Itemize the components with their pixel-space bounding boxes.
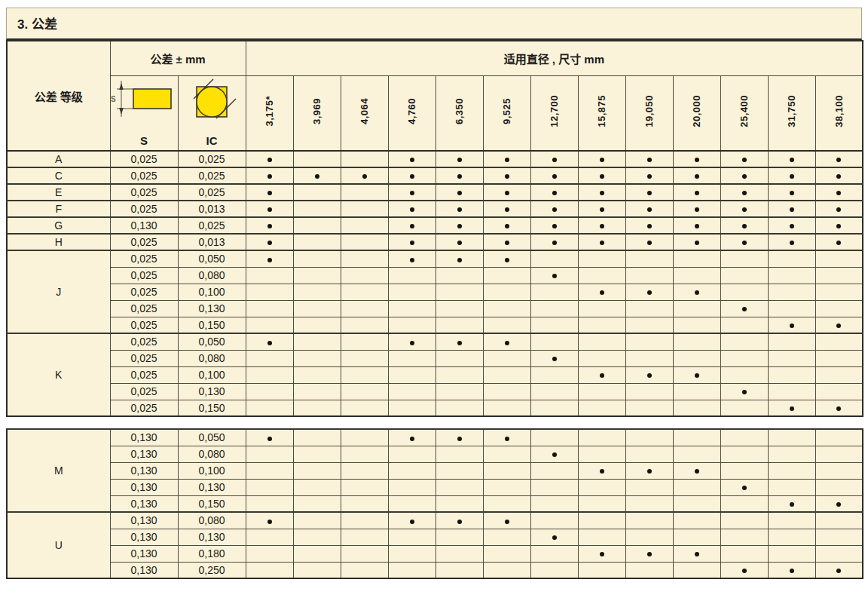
s-tolerance-cell: 0,025 [110, 184, 178, 201]
diameter-applicable-cell [436, 234, 483, 250]
diameter-applicable-cell [530, 350, 578, 366]
s-tolerance-cell: 0,130 [110, 512, 178, 529]
diameter-empty-cell [530, 562, 578, 578]
diameter-applicable-cell [673, 201, 720, 217]
diameter-applicable-cell [768, 317, 815, 333]
diameter-applicable-cell [530, 529, 578, 545]
diameter-applicable-cell [673, 217, 720, 234]
diameter-empty-cell [530, 400, 578, 416]
diameter-applicable-cell [388, 217, 436, 234]
dot-icon [790, 207, 794, 212]
diameter-empty-cell [625, 317, 673, 333]
dot-icon [267, 258, 272, 262]
diameter-applicable-cell [246, 151, 293, 167]
diameter-value-label: 15,875 [596, 95, 607, 127]
dot-icon [410, 174, 414, 179]
diameter-applicable-cell [768, 234, 815, 250]
diameter-column-header: 19,050 [625, 75, 673, 151]
diameter-applicable-cell [483, 151, 530, 167]
diameter-column-header: 31,750 [768, 75, 815, 151]
diameter-value-label: 3,969 [311, 98, 322, 124]
diameter-empty-cell [293, 400, 341, 416]
diameter-applicable-cell [815, 201, 863, 217]
dot-icon [505, 174, 509, 179]
s-tolerance-cell: 0,130 [110, 446, 178, 462]
s-tolerance-cell: 0,025 [110, 317, 178, 333]
diameter-empty-cell [625, 429, 673, 446]
s-tolerance-cell: 0,025 [110, 366, 178, 383]
diameter-empty-cell [341, 184, 388, 201]
diameter-empty-cell [341, 545, 388, 562]
ic-column-label: IC [206, 135, 218, 147]
dot-icon [600, 224, 604, 228]
diameter-empty-cell [673, 529, 720, 545]
diameter-empty-cell [483, 284, 530, 300]
diameter-empty-cell [815, 512, 863, 529]
diameter-empty-cell [341, 217, 388, 234]
diameter-applicable-cell [436, 201, 483, 217]
diameter-empty-cell [768, 512, 815, 529]
diameter-empty-cell [815, 479, 863, 495]
dot-icon [410, 341, 414, 345]
diameter-empty-cell [578, 512, 625, 529]
diameter-applicable-cell [246, 201, 293, 217]
ic-tolerance-cell: 0,130 [178, 300, 246, 317]
diameter-applicable-cell [293, 167, 341, 184]
diameter-empty-cell [625, 495, 673, 512]
dot-icon [836, 323, 841, 328]
dot-icon [457, 520, 462, 524]
ic-tolerance-cell: 0,025 [178, 167, 246, 184]
diameter-empty-cell [578, 383, 625, 400]
diameter-applicable-cell [578, 545, 625, 562]
diameter-empty-cell [530, 383, 578, 400]
diameter-empty-cell [341, 562, 388, 578]
diameter-applicable-cell [625, 366, 673, 383]
dot-icon [647, 174, 652, 179]
diameter-empty-cell [625, 400, 673, 416]
diameter-applicable-cell [578, 284, 625, 300]
diameter-applicable-cell [625, 217, 673, 234]
diameter-empty-cell [341, 333, 388, 350]
dot-icon [410, 258, 414, 262]
table-section-gap [6, 417, 862, 428]
tolerance-group-U: U0,1300,0800,1300,1300,1300,1800,1300,25… [7, 512, 863, 578]
diameter-empty-cell [530, 317, 578, 333]
diameter-applicable-cell [815, 234, 863, 250]
s-tolerance-cell: 0,130 [110, 562, 178, 578]
diameter-empty-cell [388, 446, 436, 462]
diameter-applicable-cell [483, 333, 530, 350]
table-row: 0,0250,150 [7, 317, 863, 333]
diameter-empty-cell [341, 350, 388, 366]
diameter-empty-cell [815, 545, 863, 562]
diameter-empty-cell [341, 284, 388, 300]
diameter-applicable-cell [815, 562, 863, 578]
diameter-applicable-cell [436, 151, 483, 167]
diameter-empty-cell [246, 300, 293, 317]
diameter-empty-cell [483, 529, 530, 545]
dot-icon [362, 174, 367, 179]
diameter-applicable-cell [768, 217, 815, 234]
diameter-empty-cell [768, 267, 815, 284]
diameter-empty-cell [673, 350, 720, 366]
diameter-empty-cell [388, 400, 436, 416]
diameter-empty-cell [625, 512, 673, 529]
diameter-column-header: 3,175* [246, 75, 293, 151]
diameter-empty-cell [246, 350, 293, 366]
diameter-empty-cell [815, 267, 863, 284]
dot-icon [267, 207, 272, 212]
dot-icon [695, 241, 699, 245]
diameter-applicable-cell [720, 234, 768, 250]
dot-icon [742, 569, 747, 573]
dot-icon [267, 191, 272, 195]
s-tolerance-cell: 0,130 [110, 495, 178, 512]
diameter-applicable-cell [578, 151, 625, 167]
ic-tolerance-cell: 0,150 [178, 317, 246, 333]
dot-icon [267, 437, 272, 441]
diameter-applicable-cell [720, 151, 768, 167]
dot-icon [267, 174, 272, 179]
diameter-empty-cell [530, 284, 578, 300]
tolerance-class-cell: G [7, 217, 110, 234]
diameter-empty-cell [815, 300, 863, 317]
diameter-empty-cell [246, 562, 293, 578]
s-tolerance-cell: 0,025 [110, 201, 178, 217]
